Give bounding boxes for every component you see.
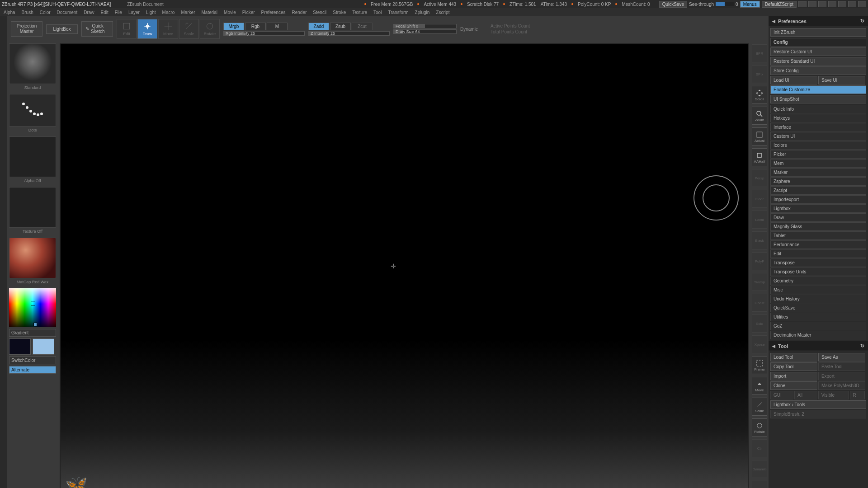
menu-item[interactable]: Picker [242, 10, 255, 15]
layout-icon[interactable] [798, 1, 807, 7]
color-picker[interactable] [9, 288, 56, 327]
zcut-chip[interactable]: Zcut [352, 23, 373, 30]
actual-button[interactable]: Actual [752, 127, 767, 145]
quicksave-button[interactable]: QuickSave [659, 1, 687, 8]
pref-section-undo-history[interactable]: Undo History [770, 295, 866, 303]
pref-section-goz[interactable]: GoZ [770, 322, 866, 330]
visible-button[interactable]: Visible [818, 391, 849, 399]
preferences-header[interactable]: ◀ Preferences ↻ [769, 16, 868, 26]
rgb-intensity-slider[interactable]: Rgb Intensity 25 [223, 31, 305, 36]
canvas[interactable]: ✛ 🦋 [60, 43, 749, 488]
secondary-color[interactable] [9, 338, 31, 355]
lightbox-button[interactable]: LightBox [46, 24, 78, 34]
all-button[interactable]: All [794, 391, 817, 399]
mrgb-chip[interactable]: Mrgb [223, 23, 244, 30]
lightbox-tools-button[interactable]: Lightbox › Tools [770, 400, 866, 409]
gradient-button[interactable]: Gradient [9, 329, 56, 337]
lfast-button[interactable]: Black [752, 231, 767, 249]
r-button[interactable]: R [850, 391, 865, 399]
export-button[interactable]: Export [818, 372, 865, 380]
transp-button[interactable]: Transp [752, 273, 767, 291]
pref-section-marker[interactable]: Marker [770, 168, 866, 177]
load-tool-button[interactable]: Load Tool [770, 353, 817, 361]
make-polymesh-button[interactable]: Make PolyMesh3D [818, 381, 865, 390]
clone-button[interactable]: Clone [770, 381, 817, 390]
floor-button[interactable]: Floor [752, 190, 767, 208]
z-intensity-slider[interactable]: Z Intensity 25 [308, 31, 390, 36]
menu-item[interactable]: Movie [224, 10, 236, 15]
menu-item[interactable]: Macro [162, 10, 175, 15]
zsub-chip[interactable]: Zsub [330, 23, 351, 30]
tool-header[interactable]: ◀ Tool ↻ [769, 341, 868, 351]
polyf-button[interactable]: PolyF [752, 252, 767, 270]
m-chip[interactable]: M [267, 23, 288, 30]
quicksketch-button[interactable]: ✎Quick Sketch [81, 21, 113, 37]
menu-item[interactable]: Zscript [436, 10, 449, 15]
menu-item[interactable]: Color [40, 10, 51, 15]
menu-item[interactable]: Draw [84, 10, 94, 15]
pref-section-hotkeys[interactable]: Hotkeys [770, 114, 866, 122]
pref-section-decimation-master[interactable]: Decimation Master [770, 331, 866, 339]
menu-item[interactable]: Document [57, 10, 78, 15]
pref-section-edit[interactable]: Edit [770, 249, 866, 258]
menu-item[interactable]: Light [146, 10, 156, 15]
restore-standard-button[interactable]: Restore Standard UI [770, 57, 866, 66]
material-thumb[interactable]: MatCap Red Wax [9, 238, 56, 278]
texture-thumb[interactable]: Texture Off [9, 187, 56, 228]
import-button[interactable]: Import [770, 372, 817, 380]
stroke-thumb[interactable]: Dots [9, 94, 56, 127]
pref-section-picker[interactable]: Picker [770, 150, 866, 159]
close-icon[interactable] [858, 1, 866, 7]
save-ui-button[interactable]: Save Ui [818, 76, 865, 84]
solo2-button[interactable]: Solo [752, 481, 767, 488]
menus-button[interactable]: Menus [740, 1, 760, 8]
draw-mode-button[interactable]: Draw [137, 19, 157, 39]
pref-section-zsphere[interactable]: Zsphere [770, 177, 866, 186]
refresh-icon[interactable]: ↻ [860, 343, 864, 349]
dynamic-button[interactable]: Dynamic [752, 460, 767, 478]
solo-button[interactable]: Solo [752, 314, 767, 333]
save-as-button[interactable]: Save As [818, 353, 865, 361]
xpose-button[interactable]: Xpose [752, 335, 767, 353]
menu-item[interactable]: Brush [22, 10, 33, 15]
spix-button[interactable]: SPix [752, 65, 767, 83]
pref-section-zscript[interactable]: Zscript [770, 186, 866, 195]
ctr-button[interactable]: Ctr [752, 439, 767, 457]
alternate-button[interactable]: Alternate [9, 366, 56, 374]
rotate-mode-button[interactable]: Rotate [200, 19, 220, 39]
brush-thumb[interactable]: Standard [9, 43, 56, 84]
menu-item[interactable]: Preferences [261, 10, 286, 15]
copy-tool-button[interactable]: Copy Tool [770, 362, 817, 371]
pref-section-magnify-glass[interactable]: Magnify Glass [770, 222, 866, 231]
seethrough-slider[interactable] [716, 2, 734, 6]
switchcolor-button[interactable]: SwitchColor [9, 357, 56, 364]
primary-color[interactable] [33, 338, 54, 355]
rotate-button[interactable]: Rotate [752, 418, 767, 436]
store-config-button[interactable]: Store Config [770, 66, 866, 75]
pref-section-utilities[interactable]: Utilities [770, 313, 866, 321]
default-script[interactable]: DefaultZScript [762, 1, 797, 8]
zadd-chip[interactable]: Zadd [308, 23, 329, 30]
menu-item[interactable]: Render [292, 10, 307, 15]
pref-section-tablet[interactable]: Tablet [770, 231, 866, 240]
scroll-button[interactable]: Scroll [752, 86, 767, 104]
ghost-button[interactable]: Ghost [752, 294, 767, 312]
pref-section-misc[interactable]: Misc [770, 286, 866, 294]
pref-section-interface[interactable]: Interface [770, 123, 866, 131]
config-section[interactable]: Config [770, 38, 866, 47]
move-button[interactable]: Move [752, 377, 767, 395]
draw-size-slider[interactable]: Draw Size 64 [393, 29, 457, 34]
menu-item[interactable]: Marker [181, 10, 195, 15]
alpha-thumb[interactable]: Alpha Off [9, 136, 56, 177]
menu-item[interactable]: Tool [373, 10, 382, 15]
init-zbrush-button[interactable]: Init ZBrush [770, 28, 866, 37]
restore-custom-button[interactable]: Restore Custom UI [770, 47, 866, 56]
rgb-chip[interactable]: Rgb [245, 23, 266, 30]
maximize-icon[interactable] [848, 1, 856, 7]
scale-mode-button[interactable]: Scale [179, 19, 199, 39]
load-ui-button[interactable]: Load Ui [770, 76, 817, 84]
pref-section-performance[interactable]: Performance [770, 240, 866, 249]
menu-item[interactable]: Edit [101, 10, 108, 15]
gui-button[interactable]: GUI [770, 391, 793, 399]
pref-section-importexport[interactable]: Importexport [770, 195, 866, 204]
